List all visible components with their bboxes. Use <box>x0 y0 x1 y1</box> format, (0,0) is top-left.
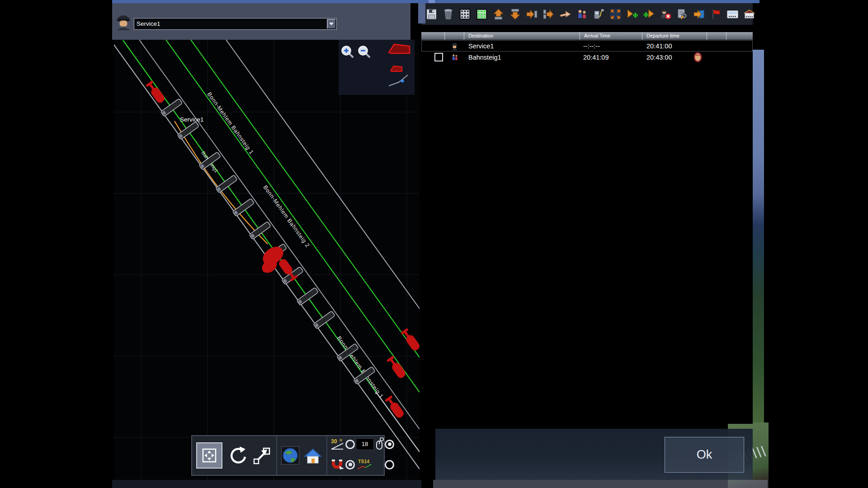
ts14-label: TS14 <box>358 459 369 464</box>
gradient-label: 30 <box>331 438 337 445</box>
chevron-down-icon <box>329 23 334 28</box>
home-button[interactable] <box>303 446 322 465</box>
rotate-button[interactable] <box>226 445 248 466</box>
control-panel-button[interactable] <box>726 8 739 20</box>
map-canvas[interactable]: Bonn-Mehlem Bahnsteig 1 Bonn-Mehlem Bahn… <box>114 40 420 488</box>
expand-button[interactable] <box>609 8 622 20</box>
table-header: Destination Arrival Time Departure time <box>421 32 753 40</box>
bottom-hud-strip <box>433 480 768 488</box>
column-arrival: Arrival Time <box>580 32 642 40</box>
map-overlay-panel <box>339 40 415 95</box>
grid-empty-button[interactable] <box>459 8 471 20</box>
screen: Service1 <box>0 0 868 488</box>
pan-icon <box>199 446 219 465</box>
world-button[interactable] <box>281 446 299 465</box>
pan-button[interactable] <box>196 442 222 469</box>
column-extra2 <box>726 32 753 40</box>
driver-icon <box>451 41 458 51</box>
ts14-radio[interactable] <box>385 460 394 469</box>
select-hand-button[interactable] <box>559 8 571 20</box>
add-back-button[interactable] <box>643 8 655 20</box>
ok-button[interactable]: Ok <box>665 437 744 473</box>
service-select[interactable]: Service1 <box>134 18 337 30</box>
move-down-button[interactable] <box>509 8 521 20</box>
table-row[interactable]: Service1 --:--:-- 20:41:00 <box>421 40 753 52</box>
gradient-icon: 30 <box>330 438 344 450</box>
map-toolbar-nav-group <box>192 436 276 475</box>
mouse-lock-icon <box>376 437 384 451</box>
service-select-arrow[interactable] <box>327 19 336 29</box>
destination-cell: Bahnsteig1 <box>464 54 580 61</box>
map-panel: Service1 <box>112 3 421 488</box>
driver-icon <box>115 12 132 30</box>
panel-divider <box>418 3 425 23</box>
remove-driver-button[interactable] <box>660 8 672 20</box>
magnet-icon <box>330 458 344 471</box>
counter-display: 18 <box>356 438 374 450</box>
map-panel-bottom-strip <box>112 480 421 488</box>
arrival-cell: 20:41:09 <box>580 54 642 61</box>
map-toolbar-view-group <box>276 436 326 475</box>
map-toolbar-options-group: 30 18 <box>326 436 396 475</box>
conductor-icon <box>693 52 702 62</box>
timetable-toolbar <box>421 3 753 25</box>
move-up-button[interactable] <box>492 8 505 20</box>
mouse-radio[interactable] <box>385 440 394 449</box>
passengers-icon <box>451 53 458 62</box>
row-checkbox[interactable] <box>434 53 443 61</box>
ts14-icon: TS14 <box>357 458 373 471</box>
column-departure: Departure time <box>642 32 707 40</box>
table-row[interactable]: Bahnsteig1 20:41:09 20:43:00 <box>421 52 753 63</box>
insert-right-button[interactable] <box>526 8 538 20</box>
service-select-value: Service1 <box>137 19 160 29</box>
flag-button[interactable] <box>710 8 722 20</box>
title-strip-notch <box>429 0 435 3</box>
passengers-button[interactable] <box>576 8 588 20</box>
timetable-panel: Destination Arrival Time Departure time … <box>421 3 753 424</box>
add-front-button[interactable] <box>626 8 638 20</box>
departure-cell: 20:41:00 <box>642 42 707 50</box>
column-icon <box>445 32 464 40</box>
magnet-radio[interactable] <box>345 460 355 469</box>
column-checkbox <box>421 32 445 40</box>
service-settings-button[interactable] <box>676 8 689 20</box>
delete-button[interactable] <box>442 8 454 20</box>
title-strip <box>112 0 760 3</box>
grid-filled-button[interactable] <box>476 8 488 20</box>
save-button[interactable] <box>425 8 438 20</box>
map-toolbar: 30 18 <box>191 435 385 476</box>
jump-to-button[interactable] <box>693 8 705 20</box>
map-panel-header: Service1 <box>112 3 410 40</box>
destination-cell: Service1 <box>464 42 580 50</box>
column-extra1 <box>707 32 726 40</box>
train-label: Service1 <box>180 116 204 123</box>
column-destination: Destination <box>464 32 580 40</box>
extract-right-button[interactable] <box>542 8 555 20</box>
depot-button[interactable] <box>743 8 755 20</box>
arrival-cell: --:--:-- <box>580 42 642 50</box>
gradient-radio[interactable] <box>345 440 355 449</box>
jump-button[interactable] <box>252 446 272 465</box>
refuel-button[interactable] <box>593 8 605 20</box>
